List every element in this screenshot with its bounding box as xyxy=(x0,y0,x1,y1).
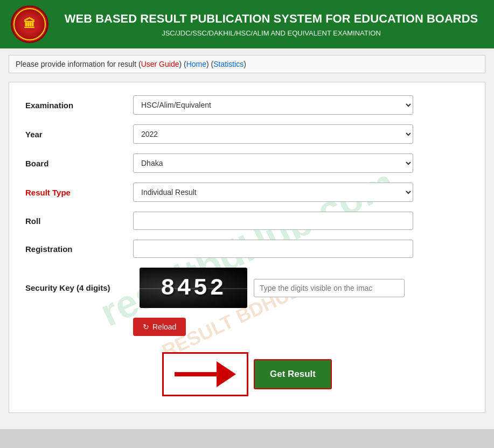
get-result-button[interactable]: Get Result xyxy=(254,359,332,389)
roll-label: Roll xyxy=(25,216,133,226)
board-select[interactable]: Dhaka Chittagong Rajshahi Jessore Comill… xyxy=(133,153,413,173)
form-container: resultbdHub.com RESULT BDHUB Examination… xyxy=(9,82,485,413)
reload-row: ↻ Reload xyxy=(25,318,469,336)
home-link[interactable]: Home xyxy=(186,60,206,68)
get-result-label: Get Result xyxy=(270,369,316,379)
arrow-box xyxy=(162,352,248,396)
statistics-link[interactable]: Statistics xyxy=(213,60,243,68)
result-type-select[interactable]: Individual Result Institution Result xyxy=(133,183,413,202)
registration-label: Registration xyxy=(25,244,133,254)
security-key-input[interactable] xyxy=(254,279,405,297)
year-row: Year 2022 2021 2020 2019 2018 xyxy=(25,124,469,144)
arrow-head xyxy=(217,361,236,387)
board-row: Board Dhaka Chittagong Rajshahi Jessore … xyxy=(25,153,469,173)
registration-row: Registration xyxy=(25,240,469,258)
user-guide-link[interactable]: User Guide xyxy=(141,60,179,68)
roll-row: Roll xyxy=(25,212,469,230)
security-key-row: Security Key (4 digits) 8452 xyxy=(25,268,469,308)
examination-control: HSC/Alim/Equivalent SSC/Dakhil/Equivalen… xyxy=(133,95,413,115)
roll-control xyxy=(133,212,413,230)
captcha-input-container xyxy=(254,279,405,297)
main-content: Please provide information for result (U… xyxy=(0,48,494,429)
government-logo: 🏛 xyxy=(11,5,48,43)
security-key-label: Security Key (4 digits) xyxy=(25,283,133,292)
examination-row: Examination HSC/Alim/Equivalent SSC/Dakh… xyxy=(25,95,469,115)
registration-control xyxy=(133,240,413,258)
reload-button[interactable]: ↻ Reload xyxy=(133,318,186,336)
examination-label: Examination xyxy=(25,101,133,110)
reload-icon: ↻ xyxy=(143,323,149,331)
board-control: Dhaka Chittagong Rajshahi Jessore Comill… xyxy=(133,153,413,173)
result-type-control: Individual Result Institution Result xyxy=(133,183,413,202)
header-text-block: WEB BASED RESULT PUBLICATION SYSTEM FOR … xyxy=(59,11,483,37)
result-type-label: Result Type xyxy=(25,188,133,197)
year-control: 2022 2021 2020 2019 2018 xyxy=(133,124,413,144)
page-header: 🏛 WEB BASED RESULT PUBLICATION SYSTEM FO… xyxy=(0,0,494,48)
submit-row: Get Result xyxy=(25,352,469,396)
reload-label: Reload xyxy=(152,323,176,331)
result-type-row: Result Type Individual Result Institutio… xyxy=(25,183,469,202)
page-title: WEB BASED RESULT PUBLICATION SYSTEM FOR … xyxy=(59,11,483,27)
roll-input[interactable] xyxy=(133,212,413,230)
page-subtitle: JSC/JDC/SSC/DAKHIL/HSC/ALIM AND EQUIVALE… xyxy=(59,29,483,37)
info-bar: Please provide information for result (U… xyxy=(9,55,485,73)
registration-input[interactable] xyxy=(133,240,413,258)
board-label: Board xyxy=(25,159,133,168)
info-prefix: Please provide information for result xyxy=(16,60,136,68)
examination-select[interactable]: HSC/Alim/Equivalent SSC/Dakhil/Equivalen… xyxy=(133,95,413,115)
year-label: Year xyxy=(25,130,133,139)
arrow-shaft xyxy=(175,372,218,376)
captcha-image: 8452 xyxy=(140,268,247,308)
arrow-container xyxy=(162,352,248,396)
logo-symbol: 🏛 xyxy=(24,17,36,31)
captcha-digits: 8452 xyxy=(161,275,227,302)
year-select[interactable]: 2022 2021 2020 2019 2018 xyxy=(133,124,413,144)
